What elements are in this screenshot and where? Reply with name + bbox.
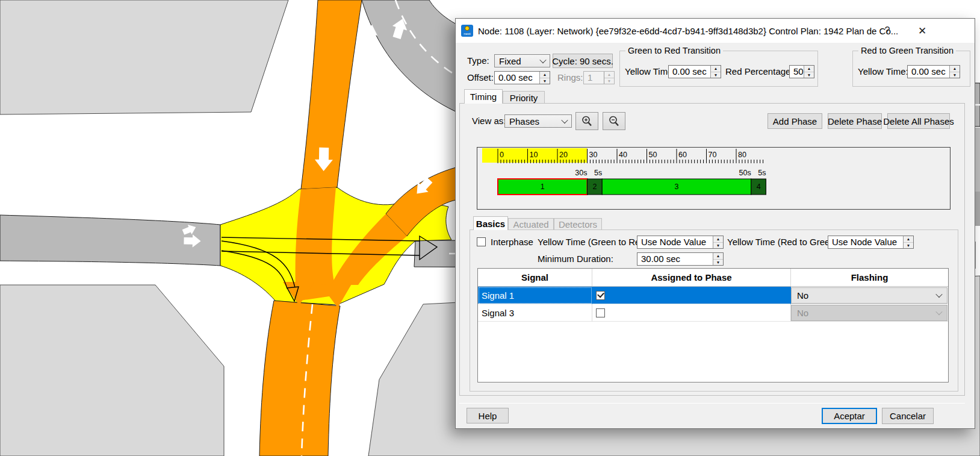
rg-yellow-time-spinner[interactable]: 0.00 sec ▲▼	[907, 65, 960, 78]
chevron-down-icon	[935, 308, 942, 315]
assigned-checkbox[interactable]	[596, 291, 605, 300]
spin-up-icon[interactable]: ▲	[950, 66, 960, 72]
type-value: Fixed	[499, 56, 521, 66]
yellow-gr-spinner[interactable]: Use Node Value ▲▼	[637, 236, 724, 249]
view-as-label: View as:	[472, 113, 506, 129]
zoom-in-icon	[581, 115, 593, 127]
spin-down-icon[interactable]: ▼	[904, 243, 913, 249]
table-row-signal-1[interactable]: Signal 1No	[478, 287, 948, 304]
ruler-tick-label: 10	[530, 151, 538, 159]
title-bar[interactable]: next Node: 1108 (Layer: Network) {ee79f3…	[456, 19, 975, 43]
red-percentage-spinner[interactable]: 50 ▲▼	[789, 65, 814, 78]
tab-timing[interactable]: Timing	[464, 89, 503, 104]
red-percentage-label: Red Percentage:	[725, 65, 793, 78]
map-sliver-band-2	[975, 192, 980, 226]
app-icon: next	[461, 25, 473, 37]
zoom-out-icon	[608, 115, 620, 127]
yellow-gr-value: Use Node Value	[637, 236, 713, 248]
col-signal: Signal	[478, 269, 592, 286]
interphase-label: Interphase	[491, 236, 533, 249]
spin-down-icon[interactable]: ▼	[713, 260, 723, 266]
flashing-select: No	[791, 305, 947, 321]
flashing-value: No	[797, 290, 808, 301]
phase-bar-label: 1	[541, 183, 545, 191]
spin-up-icon[interactable]: ▲	[713, 253, 723, 260]
spin-up-icon[interactable]: ▲	[711, 66, 721, 72]
red-percentage-value: 50	[790, 66, 804, 78]
road-orange-south[interactable]	[259, 301, 340, 456]
close-icon[interactable]: ✕	[912, 19, 932, 43]
flashing-select[interactable]: No	[791, 287, 947, 304]
cycle-button[interactable]: Cycle: 90 secs.	[553, 54, 613, 68]
gr-yellow-time-spinner[interactable]: 0.00 sec ▲▼	[668, 65, 721, 78]
cancel-button[interactable]: Cancelar	[882, 408, 934, 424]
control-plan-dialog: next Node: 1108 (Layer: Network) {ee79f3…	[455, 18, 975, 429]
yellow-rg-spinner[interactable]: Use Node Value ▲▼	[828, 236, 914, 249]
spin-up-icon[interactable]: ▲	[904, 236, 913, 243]
flashing-cell: No	[791, 304, 948, 322]
assigned-checkbox[interactable]	[596, 308, 605, 317]
spin-down-icon[interactable]: ▼	[540, 78, 550, 84]
min-duration-spinner[interactable]: 30.00 sec ▲▼	[637, 252, 724, 266]
table-row-signal-3[interactable]: Signal 3No	[478, 304, 948, 322]
dialog-title: Node: 1108 (Layer: Network) {ee79f32e-e6…	[478, 26, 898, 36]
ruler-tick-label: 60	[678, 151, 687, 159]
tab-priority[interactable]: Priority	[503, 91, 545, 104]
accept-button[interactable]: Aceptar	[822, 408, 877, 424]
spin-up-icon[interactable]: ▲	[804, 66, 814, 72]
ruler-tick-label: 80	[738, 151, 746, 159]
yellow-rg-value: Use Node Value	[828, 236, 903, 248]
spin-down-icon[interactable]: ▼	[950, 72, 960, 78]
signals-table: Signal Assigned to Phase Flashing Signal…	[477, 268, 949, 383]
spin-down-icon[interactable]: ▼	[711, 72, 721, 78]
phase-duration-label: 50s	[739, 169, 751, 177]
rg-yellow-time-value: 0.00 sec	[908, 66, 949, 78]
signals-table-header: Signal Assigned to Phase Flashing	[478, 269, 948, 287]
view-as-value: Phases	[509, 116, 539, 126]
offset-spinner[interactable]: 0.00 sec ▲▼	[494, 71, 550, 84]
phase-duration-label: 5s	[758, 169, 766, 177]
spin-up-icon[interactable]: ▲	[540, 72, 550, 78]
zoom-in-button[interactable]	[575, 112, 598, 130]
help-button[interactable]: Help	[467, 408, 509, 423]
spin-down-icon[interactable]: ▼	[804, 72, 814, 78]
type-select[interactable]: Fixed	[494, 54, 550, 67]
red-to-green-group: Red to Green Transition Yellow Time: 0.0…	[852, 51, 970, 87]
yellow-rg-label: Yellow Time (Red to Green):	[727, 236, 840, 249]
col-flashing: Flashing	[791, 269, 948, 286]
spin-down-icon: ▼	[604, 78, 614, 84]
rings-value: 1	[584, 72, 604, 84]
interphase-checkbox[interactable]	[477, 237, 486, 246]
chevron-down-icon	[935, 291, 942, 298]
delete-phase-button[interactable]: Delete Phase	[828, 113, 882, 129]
rg-yellow-time-label: Yellow Time:	[858, 65, 908, 78]
tab-detectors: Detectors	[554, 218, 602, 230]
yellow-gr-label: Yellow Time (Green to Red):	[538, 236, 651, 249]
green-to-red-group: Green to Red Transition Yellow Time: 0.0…	[619, 51, 818, 87]
phase-bar-label: 2	[592, 183, 597, 191]
phase-duration-label: 30s	[575, 169, 587, 177]
help-title-button[interactable]: ?	[877, 19, 898, 43]
phase-bar-label: 4	[757, 183, 761, 191]
tab-actuated: Actuated	[508, 218, 554, 230]
signal-name-cell[interactable]: Signal 3	[478, 304, 592, 322]
add-phase-button[interactable]: Add Phase	[768, 113, 822, 129]
phase-timeline-panel[interactable]: 0102030405060708030s15s250s35s4	[477, 147, 951, 210]
offset-value: 0.00 sec	[495, 72, 539, 84]
phase-duration-label: 5s	[594, 169, 602, 177]
zoom-out-button[interactable]	[603, 112, 625, 130]
min-duration-value: 30.00 sec	[637, 253, 713, 265]
tab-basics[interactable]: Basics	[473, 216, 508, 230]
phase-bar-label: 3	[675, 183, 679, 191]
delete-all-phases-button[interactable]: Delete All Phases	[887, 113, 950, 129]
view-as-select[interactable]: Phases	[504, 114, 572, 128]
spin-up-icon[interactable]: ▲	[713, 236, 723, 243]
spin-up-icon: ▲	[604, 72, 614, 78]
assigned-to-phase-cell	[592, 287, 791, 304]
ruler-tick-label: 70	[709, 151, 717, 159]
type-label: Type:	[467, 54, 489, 67]
basics-tab-page: Interphase Yellow Time (Green to Red): U…	[470, 230, 958, 392]
spin-down-icon[interactable]: ▼	[713, 243, 723, 249]
gr-yellow-time-value: 0.00 sec	[669, 66, 710, 78]
signal-name-cell[interactable]: Signal 1	[478, 287, 592, 304]
